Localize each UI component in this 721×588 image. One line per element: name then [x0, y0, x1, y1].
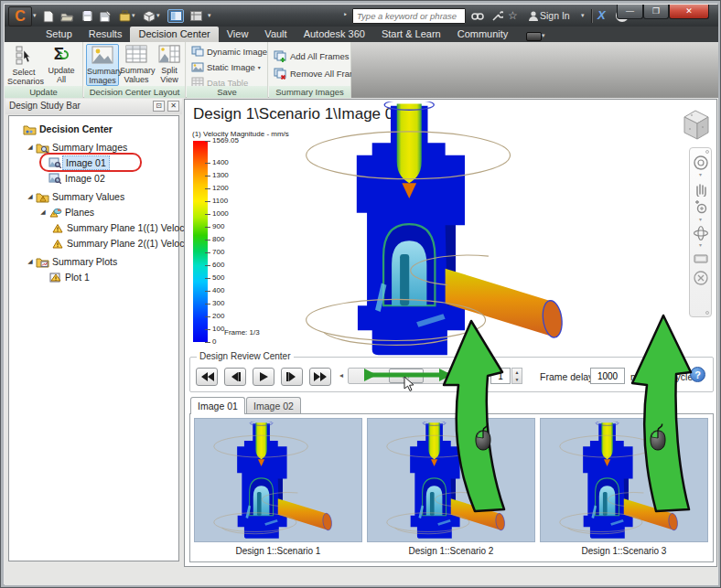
search-history-caret-icon[interactable]: ‣	[343, 11, 348, 19]
tree-expander-icon[interactable]: ◢	[38, 208, 48, 216]
thumbnail-caption: Design 1::Scenario 2	[367, 546, 535, 556]
toolbox-caret-icon[interactable]: ▾	[132, 12, 135, 19]
video-tips-icon[interactable]	[526, 32, 542, 41]
step-back-button[interactable]	[224, 368, 246, 386]
tree-expander-icon[interactable]: ◢	[26, 193, 35, 200]
frame-number-input[interactable]	[490, 368, 511, 384]
frame-slider[interactable]: III	[348, 368, 465, 384]
pan-hand-icon[interactable]	[692, 179, 709, 197]
tab-start-learn[interactable]: Start & Learn	[373, 27, 449, 42]
dynamic-image-icon	[191, 46, 204, 57]
close-button[interactable]: ✕	[669, 5, 709, 19]
orbit-icon[interactable]	[692, 224, 709, 241]
toolbox-icon[interactable]	[118, 9, 133, 23]
planes-icon	[48, 206, 62, 219]
cancel-icon[interactable]	[692, 269, 709, 286]
user-icon[interactable]	[526, 9, 541, 23]
star-icon[interactable]: ☆	[508, 9, 518, 22]
tab-vault[interactable]: Vault	[256, 27, 295, 42]
play-button[interactable]	[253, 368, 274, 386]
sign-in-caret-icon[interactable]: ▾	[581, 12, 585, 19]
navigation-wheel-icon[interactable]	[692, 154, 709, 171]
tree-expander-icon[interactable]: ◢	[26, 258, 35, 265]
frame-slider-handle[interactable]: III	[389, 369, 424, 383]
save-as-icon[interactable]	[98, 9, 113, 23]
select-scenarios-button[interactable]: Select Scenarios	[7, 44, 40, 86]
tree-item-plot-1[interactable]: Plot 1	[9, 270, 178, 284]
tree-item-summary-plane-2-1-velocit[interactable]: Summary Plane 2((1) Velocit...	[9, 236, 178, 251]
summary-images-button[interactable]: Summary Images	[86, 44, 119, 86]
design-review-center-title: Design Review Center	[197, 351, 294, 361]
tab-setup[interactable]: Setup	[38, 27, 81, 42]
legend-tick: 1569.05	[212, 137, 239, 144]
layout-toggle-icon[interactable]	[167, 9, 184, 23]
slider-right-arrow[interactable]: ▸	[468, 371, 471, 380]
look-at-icon[interactable]	[692, 250, 709, 267]
navbar-caret-icon[interactable]: ▾	[699, 243, 702, 248]
navigation-bar: ▾ ▾ ▾	[689, 147, 712, 317]
tree-item-label: Plot 1	[62, 271, 92, 283]
minimize-button[interactable]: —	[617, 5, 643, 19]
dock-pin-icon[interactable]: ⊡	[153, 101, 165, 112]
tree-item-summary-plots[interactable]: ◢Summary Plots	[9, 254, 178, 269]
tree-item-image-01[interactable]: Image 01	[9, 155, 178, 170]
split-view-button[interactable]: Split View	[153, 44, 186, 86]
summary-values-button[interactable]: Summary Values	[120, 44, 153, 86]
last-frame-button[interactable]	[309, 368, 331, 386]
legend-tick: 200	[212, 313, 224, 320]
tab-autodesk-360[interactable]: Autodesk 360	[296, 27, 373, 42]
tree-item-planes[interactable]: ◢Planes	[9, 205, 178, 219]
tree-expander-icon[interactable]: ◢	[26, 144, 35, 151]
zoom-icon[interactable]	[692, 198, 709, 216]
step-forward-button[interactable]	[281, 368, 303, 386]
wrench-icon[interactable]	[490, 9, 504, 23]
design-study-bar: Design Study Bar ⊡ ✕ Decision Center◢Sum…	[5, 99, 182, 567]
tab-decision-center[interactable]: Decision Center	[130, 27, 218, 42]
cube-icon[interactable]	[142, 9, 156, 23]
static-image-button[interactable]: Static Image ▾	[191, 60, 261, 73]
gallery-tab-image-01[interactable]: Image 01	[190, 397, 245, 414]
select-scenarios-icon	[7, 45, 40, 67]
update-all-button[interactable]: Σ Update All	[45, 44, 78, 86]
tab-community[interactable]: Community	[449, 27, 517, 42]
save-icon[interactable]	[80, 9, 94, 23]
qat-overflow-caret-icon[interactable]: ▾	[208, 12, 211, 19]
first-frame-button[interactable]	[196, 368, 218, 386]
thumbnail-3[interactable]	[540, 418, 708, 542]
cube-caret-icon[interactable]: ▾	[156, 12, 160, 19]
exchange-apps-icon[interactable]: X	[597, 8, 606, 22]
dynamic-image-button[interactable]: Dynamic Image	[191, 45, 267, 58]
tree-item-label: Summary Plane 1((1) Velocit...	[64, 221, 199, 234]
tree-item-decision-center[interactable]: Decision Center	[9, 122, 178, 136]
review-help-icon[interactable]: ?	[690, 367, 705, 382]
search-input[interactable]	[352, 8, 466, 24]
tab-view[interactable]: View	[219, 27, 257, 42]
view-cube[interactable]	[673, 103, 716, 144]
sign-in-button[interactable]: Sign In	[540, 10, 570, 21]
navbar-caret-icon[interactable]: ▾	[699, 218, 702, 222]
add-all-frames-button[interactable]: Add All Frames	[274, 49, 349, 62]
slider-left-arrow[interactable]: ◂	[339, 371, 343, 380]
cycle-checkbox[interactable]: ✓	[653, 369, 665, 381]
search-icon[interactable]	[470, 9, 485, 23]
open-icon[interactable]	[59, 9, 74, 23]
tree-item-image-02[interactable]: Image 02	[9, 171, 178, 186]
tree-item-summary-plane-1-1-velocit[interactable]: Summary Plane 1((1) Velocit...	[9, 220, 178, 235]
thumbnail-1[interactable]	[194, 418, 362, 542]
cfd-result-image[interactable]	[293, 102, 571, 359]
tree-item-summary-values[interactable]: ◢Summary Values	[9, 189, 178, 204]
frame-delay-input[interactable]	[590, 368, 625, 384]
tab-results[interactable]: Results	[81, 27, 131, 42]
video-tips-caret-icon[interactable]: ▾	[542, 32, 545, 39]
app-logo-icon[interactable]: C	[8, 6, 32, 27]
decision-center-icon	[22, 123, 37, 135]
gallery-tab-image-02[interactable]: Image 02	[246, 397, 301, 414]
app-menu-caret-icon[interactable]: ▾	[33, 12, 37, 19]
frame-number-stepper[interactable]: ▲▼	[511, 368, 522, 384]
navbar-caret-icon[interactable]: ▾	[699, 173, 702, 177]
close-panel-icon[interactable]: ✕	[167, 101, 179, 112]
maximize-button[interactable]: ❐	[643, 5, 669, 19]
new-file-icon[interactable]	[41, 9, 56, 23]
tables-toggle-icon[interactable]	[188, 9, 204, 23]
thumbnail-2[interactable]	[367, 418, 535, 542]
